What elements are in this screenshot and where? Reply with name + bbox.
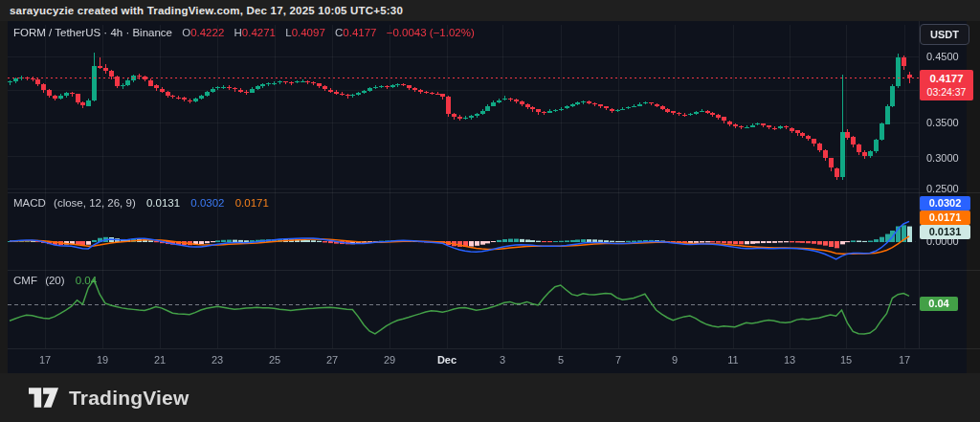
attribution-text: sarayucyzie created with TradingView.com… xyxy=(10,5,403,16)
high-value: 0.4271 xyxy=(242,27,276,38)
macd-line-value: 0.0302 xyxy=(190,197,224,209)
open-value: 0.4222 xyxy=(190,27,224,38)
time-tick: 17 xyxy=(39,354,51,366)
cmf-params: (20) xyxy=(45,275,64,286)
bottom-bar: TradingView xyxy=(0,373,980,422)
tradingview-logo-text: TradingView xyxy=(69,387,189,410)
tradingview-logo-icon xyxy=(29,388,59,408)
bar-countdown: 03:24:37 xyxy=(920,85,973,99)
cmf-title[interactable]: CMF xyxy=(13,275,37,286)
low-value: 0.4097 xyxy=(292,27,325,38)
tradingview-chart-window: sarayucyzie created with TradingView.com… xyxy=(0,0,980,422)
price-tick: 0.3500 xyxy=(926,116,959,129)
pane-separator-price-macd[interactable] xyxy=(8,192,980,193)
left-gutter xyxy=(0,21,8,373)
cmf-value: 0.04 xyxy=(76,275,97,286)
cmf-legend: CMF (20) 0.04 xyxy=(13,275,97,286)
macd-signal-value: 0.0171 xyxy=(235,197,269,209)
last-price-tag[interactable]: 0.4177 03:24:37 xyxy=(920,70,973,100)
macd-signal-tag: 0.0171 xyxy=(920,211,970,225)
time-tick: 9 xyxy=(672,354,678,366)
time-tick: 17 xyxy=(899,354,910,366)
time-tick: 27 xyxy=(326,354,338,366)
time-tick: 23 xyxy=(212,354,223,366)
tradingview-logo[interactable]: TradingView xyxy=(29,387,189,410)
price-legend: FORM / TetherUS · 4h · Binance O0.4222 H… xyxy=(13,27,475,38)
time-tick: Dec xyxy=(437,354,457,366)
cmf-value-tag: 0.04 xyxy=(920,297,958,311)
open-label: O xyxy=(182,27,190,38)
macd-legend: MACD (close, 12, 26, 9) 0.0131 0.0302 0.… xyxy=(13,197,269,209)
macd-params: (close, 12, 26, 9) xyxy=(54,197,136,209)
price-tick: 0.3000 xyxy=(926,151,959,165)
time-tick: 19 xyxy=(97,354,108,366)
change-value: −0.0043 (−1.02%) xyxy=(387,27,475,38)
time-tick: 11 xyxy=(727,354,738,366)
time-tick: 7 xyxy=(615,354,621,366)
time-tick: 13 xyxy=(784,354,795,366)
price-tick: 0.4500 xyxy=(926,50,959,63)
last-price-value: 0.4177 xyxy=(920,72,973,85)
pane-separator-macd-cmf[interactable] xyxy=(8,270,980,271)
time-tick: 29 xyxy=(384,354,395,366)
macd-hist-value: 0.0131 xyxy=(146,197,180,209)
high-label: H xyxy=(234,27,242,38)
time-tick: 21 xyxy=(154,354,166,366)
price-tick: 0.2500 xyxy=(926,182,959,195)
time-tick: 3 xyxy=(500,354,505,366)
currency-toggle-button[interactable]: USDT xyxy=(920,24,969,45)
close-value: 0.4177 xyxy=(343,27,376,38)
macd-line-tag: 0.0302 xyxy=(920,196,970,211)
time-tick: 15 xyxy=(840,354,852,366)
time-axis[interactable]: 17192123252729Dec357911131517 xyxy=(0,348,980,373)
symbol-title[interactable]: FORM / TetherUS · 4h · Binance xyxy=(13,27,172,38)
macd-hist-tag: 0.0131 xyxy=(920,225,970,239)
attribution-bar: sarayucyzie created with TradingView.com… xyxy=(0,0,980,21)
time-tick: 25 xyxy=(269,354,280,366)
macd-title[interactable]: MACD xyxy=(13,197,46,209)
time-tick: 5 xyxy=(558,354,564,366)
